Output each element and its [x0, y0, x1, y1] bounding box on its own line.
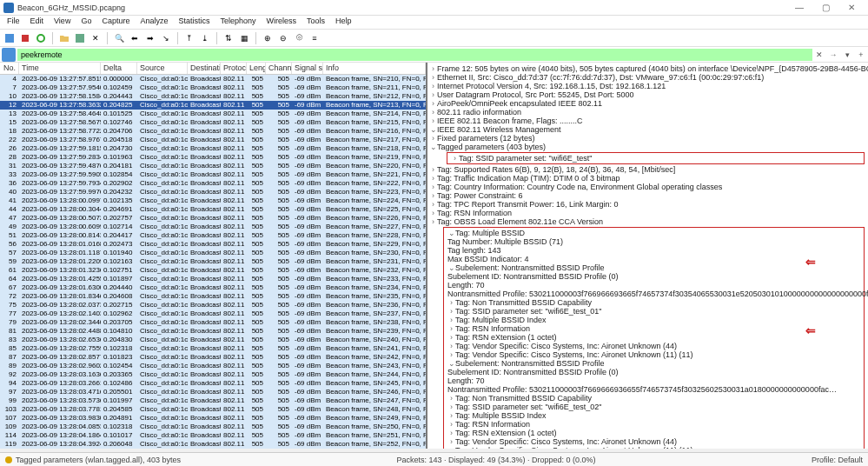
- packet-row[interactable]: 592023-06-09 13:28:01.2209390.102163Cisc…: [0, 257, 426, 266]
- packet-row[interactable]: 752023-06-09 13:28:02.0373500.202715Cisc…: [0, 301, 426, 310]
- sub2-vendor2[interactable]: Tag: Vendor Specific: Cisco Systems, Inc…: [455, 446, 693, 449]
- sub2-rsnx[interactable]: Tag: RSN eXtension (1 octet): [455, 429, 557, 437]
- packet-row[interactable]: 262023-06-09 13:27:59.1815170.204730Cisc…: [0, 144, 426, 153]
- radio-line[interactable]: 802.11 radio information: [437, 108, 521, 116]
- close-button[interactable]: ✕: [838, 3, 865, 12]
- zoom-in-icon[interactable]: ⊕: [262, 32, 274, 44]
- first-packet-icon[interactable]: ⤒: [183, 32, 195, 44]
- close-file-icon[interactable]: ✕: [89, 32, 102, 44]
- packet-row[interactable]: 282023-06-09 13:27:59.2834800.101963Cisc…: [0, 153, 426, 162]
- packet-row[interactable]: 1092023-06-09 13:28:04.0853950.102318Cis…: [0, 423, 426, 431]
- sub2-rsn[interactable]: Tag: RSN Information: [455, 420, 530, 429]
- menu-go[interactable]: Go: [76, 16, 96, 29]
- packet-row[interactable]: 1072023-06-09 13:28:03.9830770.204891Cis…: [0, 414, 426, 423]
- next-icon[interactable]: ➡: [144, 32, 156, 44]
- menu-tools[interactable]: Tools: [301, 16, 330, 29]
- packet-row[interactable]: 772023-06-09 13:28:02.1403120.102962Cisc…: [0, 310, 426, 318]
- add-filter-icon[interactable]: +: [854, 50, 868, 59]
- packet-row[interactable]: 122023-06-09 13:27:58.3632920.204825Cisc…: [0, 101, 426, 110]
- menu-view[interactable]: View: [49, 16, 76, 29]
- col-destination[interactable]: Destination: [188, 63, 221, 74]
- tag-country[interactable]: Tag: Country Information: Country Code n…: [437, 183, 722, 191]
- sub2-vendor1[interactable]: Tag: Vendor Specific: Cisco Systems, Inc…: [455, 437, 677, 446]
- menu-wireless[interactable]: Wireless: [262, 16, 302, 29]
- packet-row[interactable]: 512023-06-09 13:28:00.8143630.204417Cisc…: [0, 231, 426, 240]
- tag-obss[interactable]: Tag: OBSS Load Element 802.11e CCA Versi…: [437, 217, 603, 226]
- packet-row[interactable]: 942023-06-09 13:28:03.2661030.102486Cisc…: [0, 379, 426, 388]
- packet-row[interactable]: 72023-06-09 13:27:57.9540240.102459Cisco…: [0, 83, 426, 92]
- col-channel[interactable]: Channel: [266, 63, 292, 74]
- packet-row[interactable]: 332023-06-09 13:27:59.5905150.102854Cisc…: [0, 170, 426, 179]
- packet-row[interactable]: 472023-06-09 13:28:00.5072320.202757Cisc…: [0, 214, 426, 223]
- tagged-params[interactable]: Tagged parameters (403 bytes): [437, 143, 546, 151]
- col-info[interactable]: Info: [323, 63, 426, 74]
- autoscroll-icon[interactable]: ⇅: [222, 32, 235, 44]
- sub2-idx[interactable]: Tag: Multiple BSSID Index: [455, 411, 547, 420]
- packet-row[interactable]: 722023-06-09 13:28:01.8346350.204608Cisc…: [0, 292, 426, 301]
- packet-row[interactable]: 872023-06-09 13:28:02.8577980.101823Cisc…: [0, 353, 426, 362]
- menu-statistics[interactable]: Statistics: [173, 16, 215, 29]
- airopeek-line[interactable]: AiroPeek/OmniPeek encapsulated IEEE 802.…: [437, 99, 602, 108]
- expert-info-icon[interactable]: [5, 456, 12, 463]
- start-capture-icon[interactable]: [3, 32, 16, 44]
- packet-row[interactable]: 182023-06-09 13:27:58.7722690.204706Cisc…: [0, 127, 426, 136]
- zoom-reset-icon[interactable]: ⦾: [293, 32, 305, 44]
- menu-file[interactable]: File: [2, 16, 25, 29]
- packet-row[interactable]: 612023-06-09 13:28:01.3236900.102751Cisc…: [0, 266, 426, 275]
- sub1-vendor2[interactable]: Tag: Vendor Specific: Cisco Systems, Inc…: [455, 350, 693, 359]
- tag-multiple-bssid[interactable]: Tag: Multiple BSSID: [455, 229, 525, 237]
- tag-power[interactable]: Tag: Power Constraint: 6: [437, 191, 523, 200]
- col-signal[interactable]: Signal stre…: [292, 63, 323, 74]
- packet-row[interactable]: 492023-06-09 13:28:00.6099460.102714Cisc…: [0, 223, 426, 231]
- packet-row[interactable]: 972023-06-09 13:28:03.4716040.205501Cisc…: [0, 388, 426, 396]
- col-protocol[interactable]: Protocol: [221, 63, 247, 74]
- packet-row[interactable]: 222023-06-09 13:27:58.9767870.204518Cisc…: [0, 136, 426, 144]
- sub1-ssid[interactable]: Tag: SSID parameter set: "wifi6E_test_01…: [455, 307, 601, 316]
- col-delta[interactable]: Delta: [101, 63, 137, 74]
- packet-row[interactable]: 412023-06-09 13:28:00.0997840.102135Cisc…: [0, 196, 426, 205]
- prev-icon[interactable]: ⬅: [129, 32, 141, 44]
- frame-line[interactable]: Frame 12: 505 bytes on wire (4040 bits),…: [437, 64, 868, 73]
- tag-rates[interactable]: Tag: Supported Rates 6(B), 9, 12(B), 18,…: [437, 165, 675, 174]
- packet-row[interactable]: 572023-06-09 13:28:01.1187760.101940Cisc…: [0, 249, 426, 257]
- eth-line[interactable]: Ethernet II, Src: Cisco_dd:7d:37 (cc:7f:…: [437, 73, 764, 82]
- packet-row[interactable]: 992023-06-09 13:28:03.5736010.101997Cisc…: [0, 396, 426, 405]
- packet-row[interactable]: 922023-06-09 13:28:03.1636170.203365Cisc…: [0, 370, 426, 379]
- col-length[interactable]: Length: [247, 63, 266, 74]
- packet-row[interactable]: 1142023-06-09 13:28:04.1864120.101017Cis…: [0, 431, 426, 440]
- packet-row[interactable]: 1192023-06-09 13:28:04.3924600.206048Cis…: [0, 440, 426, 449]
- goto-icon[interactable]: ↘: [160, 32, 172, 44]
- packet-row[interactable]: 1032023-06-09 13:28:03.7781860.204585Cis…: [0, 405, 426, 414]
- ssid-box[interactable]: Tag: SSID parameter set: "wifi6E_test": [459, 154, 592, 163]
- packet-row[interactable]: 362023-06-09 13:27:59.7934170.202902Cisc…: [0, 179, 426, 188]
- tag-tpc[interactable]: Tag: TPC Report Transmit Power: 16, Link…: [437, 200, 618, 209]
- menu-help[interactable]: Help: [330, 16, 357, 29]
- udp-line[interactable]: User Datagram Protocol, Src Port: 55245,…: [437, 90, 634, 99]
- packet-row[interactable]: 672023-06-09 13:28:01.6300270.204440Cisc…: [0, 283, 426, 292]
- sub1-rsnx[interactable]: Tag: RSN eXtension (1 octet): [455, 333, 557, 342]
- sub2-cap[interactable]: Tag: Non Transmitted BSSID Capability: [455, 394, 592, 403]
- packet-row[interactable]: 442023-06-09 13:28:00.3044750.204691Cisc…: [0, 205, 426, 214]
- packet-row[interactable]: 812023-06-09 13:28:02.4488270.104810Cisc…: [0, 327, 426, 336]
- maximize-button[interactable]: ▢: [812, 3, 838, 12]
- find-icon[interactable]: 🔍: [113, 32, 125, 44]
- stop-capture-icon[interactable]: [19, 32, 31, 44]
- last-packet-icon[interactable]: ⤓: [199, 32, 211, 44]
- open-file-icon[interactable]: [58, 32, 70, 44]
- filter-expression-icon[interactable]: ▾: [840, 50, 854, 59]
- display-filter-input[interactable]: [17, 49, 812, 61]
- menu-telephony[interactable]: Telephony: [215, 16, 261, 29]
- mgmt-line[interactable]: IEEE 802.11 Wireless Management: [437, 125, 561, 134]
- colorize-icon[interactable]: ▦: [238, 32, 250, 44]
- col-source[interactable]: Source: [137, 63, 188, 74]
- packet-row[interactable]: 312023-06-09 13:27:59.4876610.204181Cisc…: [0, 162, 426, 170]
- packet-row[interactable]: 892023-06-09 13:28:02.9602520.102454Cisc…: [0, 362, 426, 370]
- clear-filter-icon[interactable]: ✕: [812, 50, 826, 59]
- menu-edit[interactable]: Edit: [25, 16, 50, 29]
- sub1-rsn[interactable]: Tag: RSN Information: [455, 324, 530, 333]
- apply-filter-icon[interactable]: →: [826, 50, 840, 59]
- packet-row[interactable]: 792023-06-09 13:28:02.3440170.203705Cisc…: [0, 318, 426, 327]
- restart-capture-icon[interactable]: [35, 32, 47, 44]
- bookmark-filter-icon[interactable]: [2, 48, 16, 62]
- sub2-ssid[interactable]: Tag: SSID parameter set: "wifi6E_test_02…: [455, 403, 601, 411]
